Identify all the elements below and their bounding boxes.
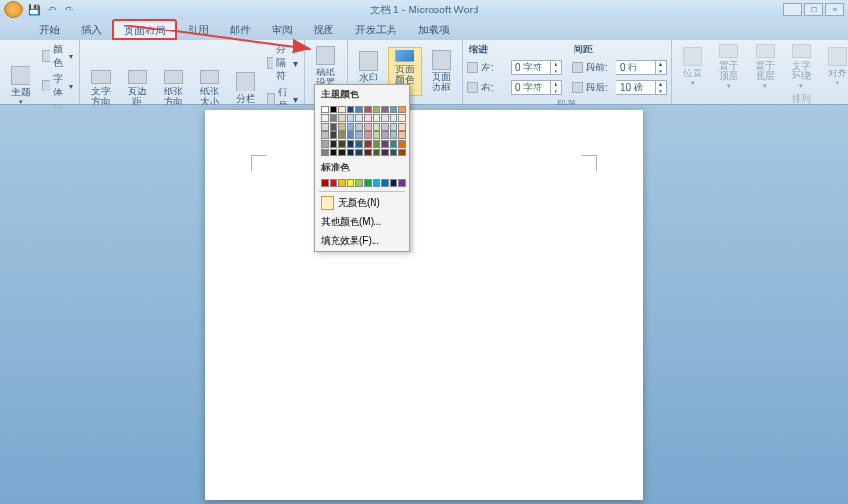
office-button[interactable] [4,1,23,18]
color-swatch[interactable] [373,114,380,122]
color-swatch[interactable] [373,123,380,131]
color-swatch[interactable] [364,114,372,122]
redo-icon[interactable]: ↷ [61,2,76,17]
color-swatch[interactable] [381,131,389,139]
color-swatch[interactable] [398,106,406,113]
color-swatch[interactable] [347,106,354,113]
color-swatch[interactable] [330,106,337,113]
color-swatch[interactable] [390,149,397,156]
color-swatch[interactable] [330,149,337,156]
color-swatch[interactable] [364,149,372,156]
tab-mailings[interactable]: 邮件 [219,19,261,40]
color-swatch[interactable] [338,106,346,113]
color-swatch[interactable] [398,149,406,156]
color-swatch[interactable] [355,123,363,131]
indent-right-spinner[interactable]: 0 字符▲▼ [511,80,562,95]
color-swatch[interactable] [330,114,337,122]
color-swatch[interactable] [338,179,346,187]
tab-pagelayout[interactable]: 页面布局 [112,19,177,40]
color-swatch[interactable] [330,123,337,131]
color-swatch[interactable] [321,123,329,131]
color-swatch[interactable] [321,149,329,156]
no-color-item[interactable]: 无颜色(N) [315,193,409,212]
color-swatch[interactable] [321,114,329,122]
color-swatch[interactable] [381,123,389,131]
color-swatch[interactable] [373,149,380,156]
color-swatch[interactable] [347,131,354,139]
color-swatch[interactable] [355,149,363,156]
color-swatch[interactable] [321,140,329,148]
maximize-button[interactable]: □ [804,3,823,16]
breaks-button[interactable]: 分隔符▾ [265,42,300,84]
spacing-before-spinner[interactable]: 0 行▲▼ [616,60,667,75]
more-colors-item[interactable]: 其他颜色(M)... [315,212,409,232]
spacing-after-spinner[interactable]: 10 磅▲▼ [616,80,667,95]
tab-insert[interactable]: 插入 [71,19,112,40]
page[interactable] [205,110,643,500]
color-swatch[interactable] [373,106,380,113]
color-swatch[interactable] [381,149,389,156]
color-swatch[interactable] [321,106,329,113]
undo-icon[interactable]: ↶ [44,2,59,17]
minimize-button[interactable]: – [783,3,802,16]
fill-effects-item[interactable]: 填充效果(F)... [315,232,409,251]
color-swatch[interactable] [364,140,372,148]
color-swatch[interactable] [364,179,372,187]
color-swatch[interactable] [338,114,346,122]
color-swatch[interactable] [321,179,329,187]
indent-left-spinner[interactable]: 0 字符▲▼ [511,60,562,75]
tab-developer[interactable]: 开发工具 [345,19,408,40]
color-swatch[interactable] [390,123,397,131]
align-button[interactable]: 对齐▾ [820,42,848,91]
theme-colors-button[interactable]: 颜色▾ [40,42,75,71]
page-borders-button[interactable]: 页面 边框 [424,47,458,96]
color-swatch[interactable] [381,114,389,122]
color-swatch[interactable] [330,140,337,148]
color-swatch[interactable] [390,106,397,113]
color-swatch[interactable] [355,106,363,113]
document-area[interactable] [0,105,848,504]
color-swatch[interactable] [355,131,363,139]
themes-button[interactable]: 主题 ▾ [4,61,38,111]
color-swatch[interactable] [373,131,380,139]
color-swatch[interactable] [364,131,372,139]
color-swatch[interactable] [398,123,406,131]
color-swatch[interactable] [347,114,354,122]
theme-fonts-button[interactable]: 字体▾ [40,71,75,100]
color-swatch[interactable] [321,131,329,139]
color-swatch[interactable] [347,140,354,148]
color-swatch[interactable] [390,179,397,187]
tab-references[interactable]: 引用 [177,19,219,40]
color-swatch[interactable] [355,140,363,148]
color-swatch[interactable] [355,179,363,187]
color-swatch[interactable] [364,123,372,131]
spin-up-icon[interactable]: ▲ [550,60,561,68]
save-icon[interactable]: 💾 [27,2,42,17]
color-swatch[interactable] [373,179,380,187]
color-swatch[interactable] [398,140,406,148]
close-button[interactable]: × [825,3,844,16]
color-swatch[interactable] [355,114,363,122]
color-swatch[interactable] [347,123,354,131]
color-swatch[interactable] [347,179,354,187]
spin-down-icon[interactable]: ▼ [550,68,561,75]
tab-view[interactable]: 视图 [303,19,345,40]
color-swatch[interactable] [390,114,397,122]
color-swatch[interactable] [347,149,354,156]
tab-review[interactable]: 审阅 [261,19,303,40]
color-swatch[interactable] [381,179,389,187]
color-swatch[interactable] [398,179,406,187]
color-swatch[interactable] [398,131,406,139]
color-swatch[interactable] [381,140,389,148]
color-swatch[interactable] [338,123,346,131]
color-swatch[interactable] [338,140,346,148]
color-swatch[interactable] [338,149,346,156]
color-swatch[interactable] [381,106,389,113]
color-swatch[interactable] [364,106,372,113]
color-swatch[interactable] [390,140,397,148]
color-swatch[interactable] [373,140,380,148]
color-swatch[interactable] [390,131,397,139]
color-swatch[interactable] [398,114,406,122]
color-swatch[interactable] [330,179,337,187]
tab-addins[interactable]: 加载项 [408,19,460,40]
